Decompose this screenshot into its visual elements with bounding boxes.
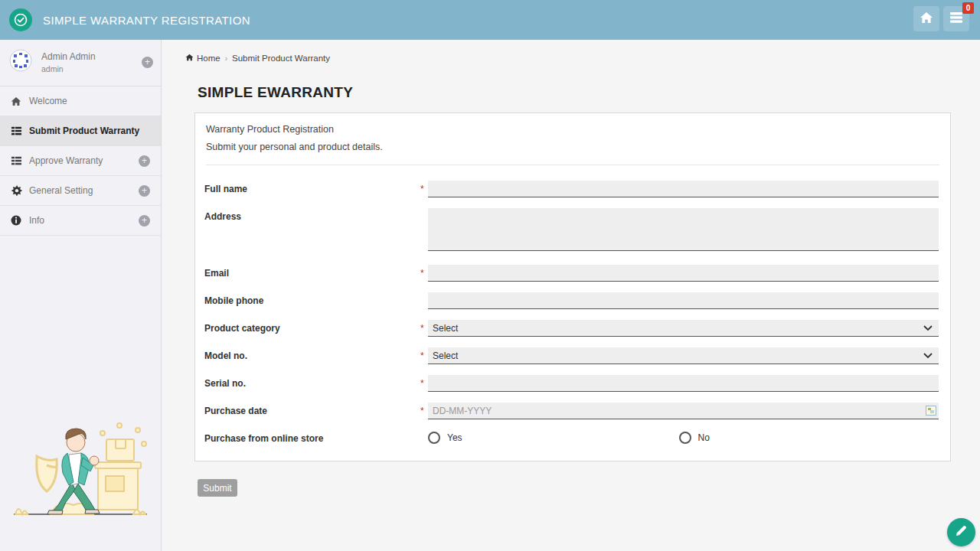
email-label: Email <box>204 265 420 279</box>
address-label: Address <box>204 208 420 222</box>
sidebar-item-label: Approve Warranty <box>29 155 103 166</box>
page-title: SIMPLE EWARRANTY <box>198 84 353 101</box>
form-row-full-name: Full name * <box>204 181 939 197</box>
online-store-radio-no[interactable]: No <box>679 432 710 444</box>
required-marker: * <box>420 265 428 279</box>
required-marker: * <box>420 347 428 361</box>
product-category-select[interactable]: Select <box>428 320 939 337</box>
purchase-date-label: Purchase date <box>204 403 420 416</box>
form-row-email: Email * <box>204 265 939 282</box>
form-row-online-store: Purchase from online store Yes No <box>204 430 939 444</box>
info-icon <box>11 215 29 226</box>
home-button[interactable] <box>913 6 939 31</box>
user-panel[interactable]: Admin Admin admin + <box>0 40 161 86</box>
calendar-icon[interactable] <box>926 406 936 416</box>
list-icon <box>11 126 29 136</box>
serial-no-label: Serial no. <box>204 375 420 389</box>
required-marker: * <box>420 320 428 334</box>
form-row-mobile: Mobile phone <box>204 292 939 309</box>
sidebar-item-label: Submit Product Warranty <box>29 126 139 136</box>
tasks-menu-button[interactable]: 0 <box>943 6 969 31</box>
form-row-model: Model no. * Select <box>204 347 939 364</box>
model-no-label: Model no. <box>204 347 420 361</box>
required-marker: * <box>420 181 428 194</box>
breadcrumb-separator: › <box>225 54 227 63</box>
sidebar-item-label: Welcome <box>29 96 67 106</box>
home-icon <box>920 11 933 27</box>
submit-button[interactable]: Submit <box>198 479 237 497</box>
model-no-value: Select <box>433 350 923 361</box>
email-input[interactable] <box>428 265 939 282</box>
mobile-phone-label: Mobile phone <box>204 292 420 306</box>
pencil-icon <box>955 524 968 540</box>
product-category-value: Select <box>433 323 923 334</box>
home-icon <box>185 54 194 63</box>
sidebar-item-welcome[interactable]: Welcome <box>0 86 161 116</box>
main-content: Home › Submit Product Warranty SIMPLE EW… <box>162 40 980 551</box>
sidebar-item-general-setting[interactable]: General Setting + <box>0 176 161 206</box>
sidebar-item-approve-warranty[interactable]: Approve Warranty + <box>0 146 161 176</box>
expand-plus-icon[interactable]: + <box>139 215 150 227</box>
card-subtitle: Submit your personal and product details… <box>206 142 939 152</box>
address-textarea[interactable] <box>428 208 939 251</box>
breadcrumb: Home › Submit Product Warranty <box>185 54 330 63</box>
check-circle-logo-icon <box>9 8 32 31</box>
purchase-date-input[interactable] <box>428 403 939 419</box>
card-title: Warranty Product Registration <box>206 124 939 135</box>
radio-yes-label: Yes <box>447 432 462 443</box>
breadcrumb-home-link[interactable]: Home <box>185 54 220 63</box>
serial-no-input[interactable] <box>428 375 939 392</box>
list-icon <box>11 156 29 166</box>
chevron-down-icon <box>923 323 933 334</box>
top-header-bar: SIMPLE WARRANTY REGISTRATION 0 <box>0 0 980 40</box>
full-name-input[interactable] <box>428 181 939 197</box>
app-title: SIMPLE WARRANTY REGISTRATION <box>43 14 250 27</box>
radio-circle[interactable] <box>428 432 440 444</box>
chevron-down-icon <box>923 350 933 361</box>
required-marker: * <box>420 403 428 416</box>
online-store-radio-yes[interactable]: Yes <box>428 432 462 444</box>
avatar <box>9 49 32 75</box>
warranty-form: Full name * Address Email * Mobile phone <box>195 165 950 444</box>
edit-fab-button[interactable] <box>947 518 975 546</box>
sidebar-menu: Welcome Submit Product Warranty Approv <box>0 86 161 236</box>
sidebar-item-submit-product-warranty[interactable]: Submit Product Warranty <box>0 116 161 146</box>
user-role: admin <box>41 64 142 73</box>
product-category-label: Product category <box>204 320 420 334</box>
expand-plus-icon[interactable]: + <box>139 155 150 167</box>
sidebar-item-label: General Setting <box>29 185 93 196</box>
required-marker: * <box>420 375 428 389</box>
breadcrumb-current: Submit Product Warranty <box>232 54 330 63</box>
notification-count-badge: 0 <box>962 2 974 14</box>
form-row-serial: Serial no. * <box>204 375 939 392</box>
mobile-phone-input[interactable] <box>428 292 939 309</box>
sidebar-item-label: Info <box>29 215 44 226</box>
gear-icon <box>11 185 29 197</box>
form-row-address: Address <box>204 208 939 254</box>
form-row-category: Product category * Select <box>204 320 939 337</box>
radio-circle[interactable] <box>679 432 691 444</box>
user-name: Admin Admin <box>41 51 142 62</box>
model-no-select[interactable]: Select <box>428 347 939 364</box>
home-icon <box>11 96 29 106</box>
online-store-label: Purchase from online store <box>204 430 420 444</box>
full-name-label: Full name <box>204 181 420 194</box>
radio-no-label: No <box>698 432 710 443</box>
warranty-illustration <box>5 412 155 527</box>
sidebar: Admin Admin admin + Welcome Submit Produ… <box>0 40 162 551</box>
warranty-form-card: Warranty Product Registration Submit you… <box>194 112 951 461</box>
expand-plus-icon[interactable]: + <box>139 185 150 197</box>
user-expand-plus-icon[interactable]: + <box>142 57 153 68</box>
list-icon <box>949 11 963 27</box>
form-row-purchase-date: Purchase date * <box>204 403 939 419</box>
sidebar-item-info[interactable]: Info + <box>0 206 161 236</box>
breadcrumb-home-label: Home <box>197 54 220 63</box>
